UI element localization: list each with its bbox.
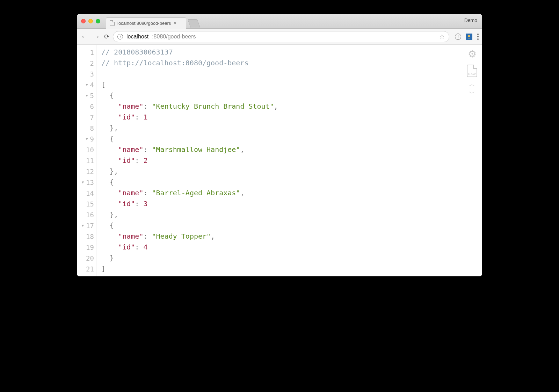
- close-window-button[interactable]: [81, 19, 86, 23]
- fullscreen-window-button[interactable]: [96, 19, 100, 23]
- line-number: 3: [77, 68, 96, 79]
- url-path: :8080/good-beers: [152, 34, 196, 40]
- extension-icon[interactable]: [466, 34, 472, 40]
- address-bar[interactable]: i localhost:8080/good-beers ☆: [113, 31, 449, 42]
- line-number: ▼4: [77, 79, 96, 90]
- page-content: 123▼4▼5678▼9101112▼13141516▼1718192021 /…: [77, 45, 482, 276]
- line-number: 12: [77, 166, 96, 177]
- code-line: // 20180830063137: [101, 47, 482, 58]
- alert-icon[interactable]: !: [455, 34, 461, 40]
- code-line: },: [101, 123, 482, 133]
- code-line: {: [101, 133, 482, 144]
- code-line: "name": "Barrel-Aged Abraxas",: [101, 188, 482, 198]
- line-number: 11: [77, 155, 96, 166]
- new-tab-button[interactable]: [188, 19, 201, 28]
- line-number: ▼13: [77, 177, 96, 188]
- back-button[interactable]: ←: [80, 32, 89, 41]
- line-number-gutter: 123▼4▼5678▼9101112▼13141516▼1718192021: [77, 45, 96, 276]
- gear-icon[interactable]: ⚙: [468, 48, 477, 60]
- menu-button[interactable]: [477, 34, 479, 40]
- code-line: // http://localhost:8080/good-beers: [101, 58, 482, 68]
- line-number: ▼5: [77, 90, 96, 101]
- tab-strip: localhost:8080/good-beers × Demo: [77, 14, 482, 29]
- line-number: 16: [77, 209, 96, 220]
- code-line: ]: [101, 263, 482, 274]
- reload-button[interactable]: ⟳: [104, 33, 109, 41]
- code-line: [101, 68, 482, 79]
- line-number: 6: [77, 101, 96, 112]
- browser-tab[interactable]: localhost:8080/good-beers ×: [106, 17, 186, 29]
- profile-badge[interactable]: Demo: [464, 17, 477, 23]
- line-number: 20: [77, 253, 96, 263]
- tab-title: localhost:8080/good-beers: [117, 21, 171, 26]
- traffic-lights: [81, 19, 100, 23]
- fold-toggle-icon[interactable]: ▼: [86, 94, 88, 97]
- code-line: "name": "Heady Topper",: [101, 231, 482, 242]
- site-info-icon[interactable]: i: [117, 34, 123, 39]
- code-line: },: [101, 166, 482, 177]
- fold-toggle-icon[interactable]: ▼: [82, 180, 84, 184]
- line-number: 19: [77, 242, 96, 253]
- forward-button[interactable]: →: [92, 32, 101, 41]
- code-line: },: [101, 209, 482, 220]
- code-line: "id": 1: [101, 112, 482, 123]
- line-number: 18: [77, 231, 96, 242]
- file-icon: [110, 20, 115, 26]
- line-number: 8: [77, 123, 96, 133]
- line-number: 1: [77, 47, 96, 58]
- bookmark-star-icon[interactable]: ☆: [439, 33, 445, 41]
- toolbar: ← → ⟳ i localhost:8080/good-beers ☆ !: [77, 29, 482, 45]
- code-line: "id": 3: [101, 198, 482, 209]
- fold-toggle-icon[interactable]: ▼: [86, 137, 88, 141]
- line-number: ▼17: [77, 220, 96, 231]
- url-host: localhost: [126, 34, 148, 40]
- line-number: ▼9: [77, 133, 96, 144]
- code-line: "name": "Marshmallow Handjee",: [101, 144, 482, 155]
- line-number: 21: [77, 263, 96, 274]
- line-number: 2: [77, 58, 96, 68]
- line-number: 14: [77, 188, 96, 198]
- code-line: {: [101, 220, 482, 231]
- fold-toggle-icon[interactable]: ▼: [82, 224, 84, 227]
- code-line: "id": 2: [101, 155, 482, 166]
- line-number: 7: [77, 112, 96, 123]
- fold-toggle-icon[interactable]: ▼: [86, 83, 88, 87]
- code-line: "id": 4: [101, 242, 482, 253]
- minimize-window-button[interactable]: [88, 19, 93, 23]
- code-line: [: [101, 79, 482, 90]
- browser-window: localhost:8080/good-beers × Demo ← → ⟳ i…: [77, 14, 482, 276]
- code-line: {: [101, 90, 482, 101]
- toolbar-actions: !: [453, 34, 479, 40]
- code-line: {: [101, 177, 482, 188]
- raw-toggle-button[interactable]: RAW: [467, 65, 477, 77]
- chevron-down-icon[interactable]: ﹀: [469, 91, 475, 95]
- code-line: }: [101, 253, 482, 263]
- line-number: 10: [77, 144, 96, 155]
- line-number: 15: [77, 198, 96, 209]
- json-viewer: // 20180830063137// http://localhost:808…: [96, 45, 482, 276]
- code-line: "name": "Kentucky Brunch Brand Stout",: [101, 101, 482, 112]
- viewer-tools: ⚙ RAW ︿ ﹀: [467, 48, 477, 95]
- close-tab-icon[interactable]: ×: [174, 20, 176, 26]
- chevron-up-icon[interactable]: ︿: [469, 82, 475, 86]
